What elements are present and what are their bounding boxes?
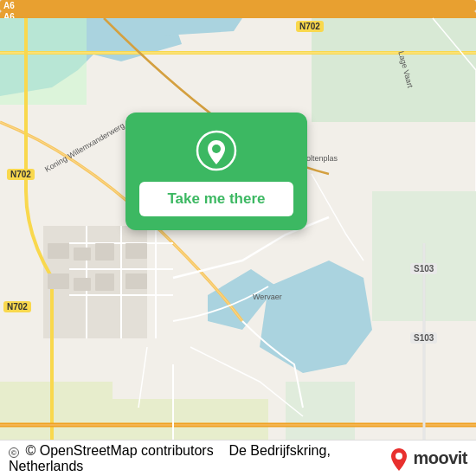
- svg-rect-15: [125, 273, 147, 289]
- moovit-logo: moovit: [389, 447, 467, 471]
- map-container: N702 N702 N702 A6 A6 S103 S103 Wervaer L…: [0, 0, 476, 476]
- moovit-pin-icon: [389, 447, 409, 471]
- take-me-there-button[interactable]: Take me there: [139, 182, 293, 216]
- svg-rect-1: [312, 18, 476, 122]
- svg-rect-13: [95, 273, 114, 291]
- svg-rect-8: [48, 243, 69, 259]
- moovit-brand-text: moovit: [413, 448, 467, 468]
- take-me-there-card: Take me there: [125, 113, 307, 230]
- svg-point-18: [396, 453, 402, 460]
- svg-rect-11: [48, 273, 69, 289]
- svg-rect-9: [74, 248, 91, 261]
- svg-point-17: [212, 145, 221, 153]
- svg-rect-14: [125, 243, 147, 259]
- info-bar: © © OpenStreetMap contributors De Bedrij…: [0, 440, 476, 476]
- attribution-text: © © OpenStreetMap contributors De Bedrij…: [9, 443, 389, 474]
- svg-rect-12: [74, 278, 91, 291]
- svg-rect-10: [95, 243, 114, 261]
- copyright-icon: ©: [9, 447, 19, 458]
- location-pin-icon: [196, 130, 237, 171]
- svg-rect-2: [0, 18, 87, 105]
- attribution-label: © OpenStreetMap contributors: [25, 443, 213, 458]
